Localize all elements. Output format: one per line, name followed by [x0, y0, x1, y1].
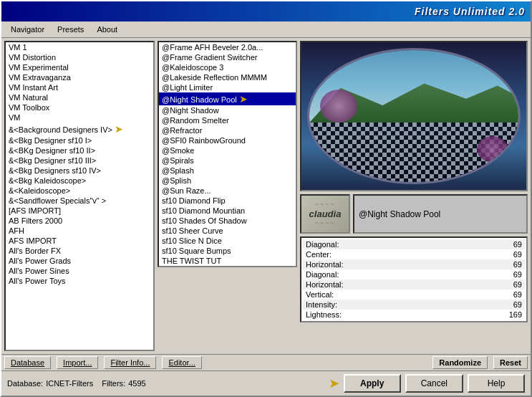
- param-row: Vertical: 69: [303, 290, 525, 300]
- filter-list-item[interactable]: sf10 Sheer Curve: [159, 226, 296, 236]
- filter-list-item[interactable]: THE TWIST TUT: [159, 256, 296, 266]
- filter-list-item[interactable]: @Random Smelter: [159, 115, 296, 125]
- logo-text: claudia: [309, 209, 342, 219]
- filter-list-item[interactable]: sf10 Diamond Flip: [159, 196, 296, 206]
- list-item[interactable]: &<Bkg Designers sf10 IV>: [6, 166, 153, 176]
- list-item[interactable]: VM Instant Art: [6, 82, 153, 92]
- apply-button[interactable]: Apply: [344, 374, 401, 393]
- list-item[interactable]: VM Natural: [6, 92, 153, 102]
- list-item[interactable]: &<Bkg Designer sf10 I>: [6, 135, 153, 145]
- center-panel: @Frame AFH Beveler 2.0a... @Frame Gradie…: [158, 41, 297, 351]
- param-label: Center:: [306, 250, 332, 259]
- filter-list-item[interactable]: sf10 Slice N Dice: [159, 236, 296, 246]
- list-item[interactable]: &<Bkg Designer sf10 III>: [6, 156, 153, 166]
- filter-list-item[interactable]: @Splish: [159, 176, 296, 186]
- left-panel: VM 1 VM Distortion VM Experimental VM Ex…: [4, 41, 155, 351]
- param-row: Diagonal: 69: [303, 269, 525, 279]
- param-row: Diagonal: 69: [303, 239, 525, 249]
- list-item[interactable]: VM: [6, 113, 153, 123]
- filter-list-item[interactable]: @Frame AFH Beveler 2.0a...: [159, 42, 296, 52]
- filter-list-item[interactable]: @Night Shadow: [159, 105, 296, 115]
- status-bar: Database: ICNET-Filters Filters: 4595: [7, 379, 323, 388]
- editor-button[interactable]: Editor...: [162, 356, 201, 369]
- cancel-button[interactable]: Cancel: [405, 374, 463, 393]
- filter-name-text: @Night Shadow Pool: [359, 209, 440, 219]
- filter-list-item[interactable]: sf10 Square Bumps: [159, 246, 296, 256]
- list-item[interactable]: &<Background Designers IV> ➤: [6, 123, 153, 135]
- filter-list-item[interactable]: @Smoke: [159, 145, 296, 156]
- list-item[interactable]: &<BKg Designer sf10 II>: [6, 145, 153, 156]
- preview-area: [300, 41, 528, 191]
- filter-list-item[interactable]: @Lakeside Reflection MMMM: [159, 72, 296, 82]
- filter-list-item[interactable]: @Kaleidoscope 3: [159, 62, 296, 72]
- list-item[interactable]: AB Filters 2000: [6, 216, 153, 226]
- list-item[interactable]: All's Power Grads: [6, 256, 153, 266]
- main-window: Filters Unlimited 2.0 Navigator Presets …: [0, 0, 532, 397]
- right-panel: ~~~~ claudia ~~~~ @Night Shadow Pool Dia…: [300, 41, 528, 351]
- randomize-button[interactable]: Randomize: [432, 356, 488, 369]
- database-label: Database:: [7, 379, 43, 388]
- list-item[interactable]: &<Bkg Kaleidoscope>: [6, 176, 153, 186]
- title-bar: Filters Unlimited 2.0: [1, 1, 531, 21]
- filter-list-item[interactable]: @Splash: [159, 166, 296, 176]
- list-item[interactable]: [AFS IMPORT]: [6, 206, 153, 216]
- params-panel: Diagonal: 69 Center: 69 Horizontal: 69 D…: [300, 236, 528, 322]
- param-row: Horizontal: 69: [303, 279, 525, 290]
- bottom-toolbar: Database Import... Filter Info... Editor…: [1, 354, 531, 370]
- filter-list-item[interactable]: @Frame Gradient Switcher: [159, 52, 296, 62]
- main-content: VM 1 VM Distortion VM Experimental VM Ex…: [1, 38, 531, 354]
- param-value: 69: [513, 240, 522, 249]
- database-value: ICNET-Filters: [46, 379, 93, 388]
- list-item[interactable]: &<Sandflower Specials"v" >: [6, 196, 153, 206]
- menu-bar: Navigator Presets About: [1, 21, 531, 38]
- filter-list-item[interactable]: @Spirals: [159, 156, 296, 166]
- help-button[interactable]: Help: [468, 374, 525, 393]
- param-label: Intensity:: [306, 300, 337, 309]
- list-item[interactable]: All's Power Sines: [6, 266, 153, 276]
- filter-list-item[interactable]: @Light Limiter: [159, 82, 296, 92]
- filters-label: Filters:: [102, 379, 125, 388]
- param-label: Horizontal:: [306, 260, 344, 269]
- filter-list-item-selected[interactable]: @Night Shadow Pool ➤: [159, 92, 296, 105]
- param-row: Horizontal: 69: [303, 259, 525, 269]
- category-list[interactable]: VM 1 VM Distortion VM Experimental VM Ex…: [4, 41, 155, 351]
- tab-navigator[interactable]: Navigator: [4, 23, 51, 36]
- param-row: Lightness: 169: [303, 310, 525, 320]
- list-item[interactable]: VM Extravaganza: [6, 72, 153, 82]
- filter-list-item[interactable]: @Refractor: [159, 125, 296, 135]
- tab-about[interactable]: About: [90, 23, 124, 36]
- param-row: Center: 69: [303, 249, 525, 259]
- list-item[interactable]: VM Experimental: [6, 62, 153, 72]
- param-value: 69: [513, 250, 522, 259]
- param-label: Diagonal:: [306, 240, 339, 249]
- filter-list-item[interactable]: sf10 Shades Of Shadow: [159, 216, 296, 226]
- database-button[interactable]: Database: [4, 356, 51, 369]
- list-item[interactable]: VM Distortion: [6, 52, 153, 62]
- list-item[interactable]: AFH: [6, 226, 153, 236]
- list-item[interactable]: All's Border FX: [6, 246, 153, 256]
- list-item[interactable]: AFS IMPORT: [6, 236, 153, 246]
- param-label: Diagonal:: [306, 270, 339, 279]
- filter-list[interactable]: @Frame AFH Beveler 2.0a... @Frame Gradie…: [158, 41, 297, 267]
- filter-list-item[interactable]: @SFI0 RainbowGround: [159, 135, 296, 145]
- param-label: Vertical:: [306, 290, 334, 299]
- reset-button[interactable]: Reset: [493, 356, 528, 369]
- param-label: Horizontal:: [306, 280, 344, 289]
- filter-info-button[interactable]: Filter Info...: [104, 356, 156, 369]
- param-value: 69: [513, 280, 522, 289]
- title-bar-text: Filters Unlimited 2.0: [415, 6, 525, 17]
- list-item[interactable]: All's Power Toys: [6, 276, 153, 286]
- param-value: 69: [513, 270, 522, 279]
- param-value: 169: [509, 310, 522, 319]
- filter-list-item[interactable]: @Sun Raze...: [159, 186, 296, 196]
- list-item[interactable]: VM Toolbox: [6, 102, 153, 113]
- list-item[interactable]: &<Kaleidoscope>: [6, 186, 153, 196]
- filters-value: 4595: [128, 379, 145, 388]
- apply-arrow-icon: ➤: [329, 376, 339, 391]
- preview-image: [301, 42, 526, 190]
- tab-presets[interactable]: Presets: [51, 23, 90, 36]
- import-button[interactable]: Import...: [57, 356, 98, 369]
- list-item[interactable]: VM 1: [6, 42, 153, 52]
- filter-list-item[interactable]: sf10 Diamond Mountian: [159, 206, 296, 216]
- param-value: 69: [513, 260, 522, 269]
